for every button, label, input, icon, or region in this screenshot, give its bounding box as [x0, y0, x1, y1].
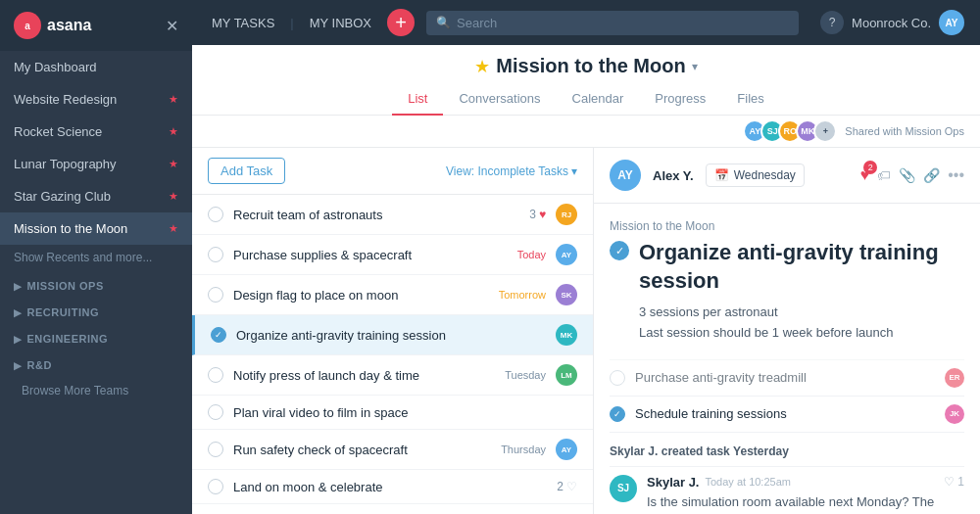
- tab-list[interactable]: List: [392, 83, 443, 116]
- project-header: ★ Mission to the Moon ▾ List Conversatio…: [192, 45, 980, 116]
- comment-text: Is the simulation room available next Mo…: [647, 492, 964, 514]
- view-filter-dropdown[interactable]: View: Incomplete Tasks ▾: [446, 164, 577, 178]
- table-row[interactable]: ✓ Organize anti-gravity training session…: [192, 315, 593, 355]
- help-button[interactable]: ?: [820, 11, 844, 34]
- project-title-row: ★ Mission to the Moon ▾: [212, 55, 960, 83]
- task-name: Run safety check of spacecraft: [233, 443, 493, 457]
- sidebar-item-label: Rocket Science: [14, 124, 102, 139]
- sidebar-item-website-redesign[interactable]: Website Redesign ★: [0, 83, 192, 116]
- subtask-checkbox[interactable]: ✓: [610, 406, 625, 422]
- comment-row: SJ Skylar J. Today at 10:25am ♡ 1 Is the…: [610, 466, 964, 514]
- tab-conversations[interactable]: Conversations: [443, 83, 556, 116]
- sidebar-header: a asana ✕: [0, 0, 192, 51]
- task-name: Purchase supplies & spacecraft: [233, 248, 510, 262]
- sidebar-item-label: Website Redesign: [14, 92, 117, 107]
- my-tasks-link[interactable]: MY TASKS: [208, 16, 278, 30]
- comment-like-button[interactable]: ♡ 1: [944, 475, 964, 489]
- sidebar-item-label: Star Gazing Club: [14, 189, 111, 204]
- chevron-icon: ▶: [14, 334, 23, 345]
- subtask-row[interactable]: ✓ Schedule training sessions JK: [610, 396, 964, 432]
- tab-calendar[interactable]: Calendar: [557, 83, 640, 116]
- sidebar-item-lunar-topography[interactable]: Lunar Topography ★: [0, 148, 192, 180]
- task-meta: Today AY: [517, 244, 577, 265]
- task-checkbox[interactable]: ✓: [211, 327, 226, 343]
- star-icon: ★: [169, 93, 178, 106]
- subtask-name: Purchase anti-gravity treadmill: [635, 370, 935, 385]
- content-area: ★ Mission to the Moon ▾ List Conversatio…: [192, 45, 980, 514]
- detail-due-date-chip[interactable]: 📅 Wednesday: [706, 164, 805, 187]
- sidebar-item-star-gazing-club[interactable]: Star Gazing Club ★: [0, 180, 192, 212]
- sidebar-section-rnd[interactable]: ▶ R&D: [0, 350, 192, 376]
- detail-task-title: Organize anti-gravity training session: [639, 239, 964, 295]
- description-line-2: Last session should be 1 week before lau…: [639, 323, 964, 344]
- table-row[interactable]: Design flag to place on moon Tomorrow SK: [192, 275, 593, 315]
- sidebar-section-engineering[interactable]: ▶ Engineering: [0, 323, 192, 350]
- link-icon[interactable]: 🔗: [923, 167, 940, 183]
- browse-more-teams-link[interactable]: Browse More Teams: [0, 376, 192, 405]
- project-title-dropdown-icon[interactable]: ▾: [692, 60, 698, 73]
- more-options-button[interactable]: •••: [948, 166, 964, 184]
- search-input[interactable]: [457, 16, 789, 30]
- sidebar-section-mission-ops[interactable]: ▶ Mission Ops: [0, 270, 192, 297]
- show-recents-link[interactable]: Show Recents and more...: [0, 245, 192, 270]
- task-checkbox[interactable]: [208, 442, 223, 457]
- table-row[interactable]: Land on moon & celebrate 2 ♡: [192, 470, 593, 504]
- tab-progress[interactable]: Progress: [639, 83, 721, 116]
- team-label: R&D: [27, 359, 52, 371]
- heart-badge[interactable]: ♥ 2: [860, 166, 870, 184]
- detail-description: 3 sessions per astronaut Last session sh…: [610, 303, 964, 344]
- creator-name: Skylar J.: [610, 444, 658, 458]
- sidebar-item-label: Lunar Topography: [14, 157, 117, 171]
- task-checkbox[interactable]: [208, 287, 223, 303]
- task-checkbox[interactable]: [208, 479, 223, 494]
- task-checkbox[interactable]: [208, 404, 223, 420]
- detail-actions: ♥ 2 🏷 📎 🔗 •••: [860, 166, 964, 184]
- task-count: 3 ♥: [529, 208, 546, 221]
- sidebar-item-dashboard[interactable]: My Dashboard: [0, 51, 192, 83]
- sidebar-item-mission-to-the-moon[interactable]: Mission to the Moon ★: [0, 212, 192, 245]
- table-row[interactable]: Notify press of launch day & time Tuesda…: [192, 355, 593, 396]
- org-name: Moonrock Co.: [852, 16, 931, 30]
- sidebar-close-button[interactable]: ✕: [166, 17, 178, 35]
- task-meta: Tuesday LM: [505, 364, 577, 386]
- calendar-icon: 📅: [714, 168, 729, 182]
- add-task-button[interactable]: Add Task: [208, 158, 285, 184]
- task-due-date: Tomorrow: [499, 289, 546, 301]
- tab-files[interactable]: Files: [721, 83, 779, 116]
- attach-icon[interactable]: 📎: [899, 167, 915, 183]
- topbar-right: ? Moonrock Co. AY: [820, 10, 964, 35]
- asana-logo: a asana: [14, 12, 91, 39]
- heart-icon: ♥: [539, 208, 546, 221]
- star-icon: ★: [169, 158, 178, 170]
- project-star-icon: ★: [474, 56, 490, 77]
- table-row[interactable]: Purchase supplies & spacecraft Today AY: [192, 235, 593, 275]
- search-icon: 🔍: [436, 16, 451, 29]
- user-avatar[interactable]: AY: [939, 10, 964, 35]
- task-checkbox[interactable]: [208, 247, 223, 262]
- created-time: Yesterday: [733, 444, 789, 458]
- task-checkbox[interactable]: [208, 207, 223, 222]
- search-box: 🔍: [426, 11, 799, 35]
- created-by-label: Skylar J. created task Yesterday: [610, 432, 964, 466]
- detail-task-check[interactable]: ✓: [610, 241, 629, 260]
- table-row[interactable]: Recruit team of astronauts 3 ♥ RJ: [192, 195, 593, 235]
- created-label: created task: [662, 444, 730, 458]
- subtask-avatar: ER: [945, 368, 964, 388]
- sidebar-section-recruiting[interactable]: ▶ Recruiting: [0, 297, 192, 323]
- task-checkbox[interactable]: [208, 367, 223, 383]
- my-inbox-link[interactable]: MY INBOX: [306, 16, 375, 30]
- subtask-avatar: JK: [945, 404, 964, 424]
- sidebar-item-rocket-science[interactable]: Rocket Science ★: [0, 116, 192, 148]
- team-label: Recruiting: [27, 306, 99, 318]
- tag-icon[interactable]: 🏷: [877, 167, 891, 183]
- subtask-checkbox[interactable]: [610, 370, 625, 386]
- subtask-row[interactable]: Purchase anti-gravity treadmill ER: [610, 359, 964, 396]
- task-name: Land on moon & celebrate: [233, 480, 549, 494]
- table-row[interactable]: Plan viral video to film in space: [192, 396, 593, 430]
- task-list-panel: Add Task View: Incomplete Tasks ▾ Recrui…: [192, 148, 594, 514]
- table-row[interactable]: Run safety check of spacecraft Thursday …: [192, 430, 593, 470]
- task-meta: 2 ♡: [557, 480, 577, 493]
- star-icon: ★: [169, 222, 178, 235]
- task-name: Design flag to place on moon: [233, 288, 491, 303]
- add-task-global-button[interactable]: +: [387, 9, 415, 36]
